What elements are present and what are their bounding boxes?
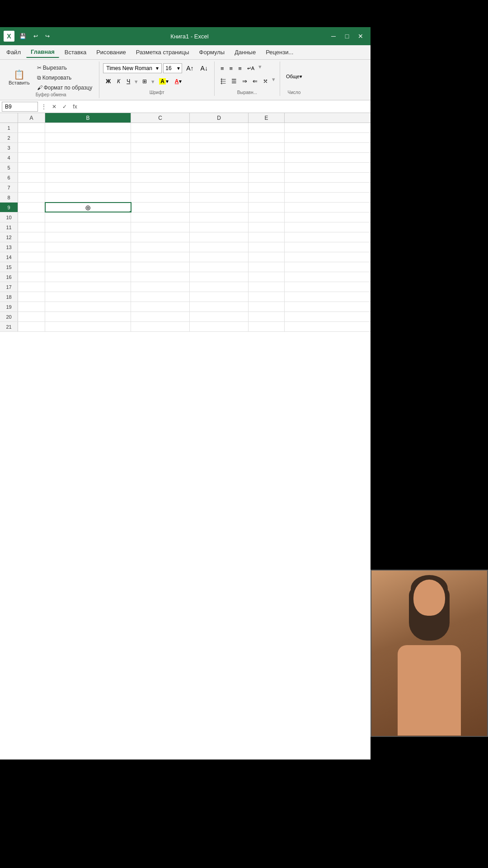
cell-c18[interactable] xyxy=(131,292,190,302)
cell-b4[interactable] xyxy=(45,153,131,162)
cell-b9[interactable]: ⊕ xyxy=(45,203,131,212)
cell-a17[interactable] xyxy=(18,282,45,292)
cell-a9[interactable] xyxy=(18,203,45,212)
border-button[interactable]: ⊞ xyxy=(140,76,150,86)
select-all-button[interactable] xyxy=(0,113,18,123)
cell-a8[interactable] xyxy=(18,193,45,202)
cell-e7[interactable] xyxy=(249,183,285,192)
cell-d3[interactable] xyxy=(190,143,249,152)
row-header-9[interactable]: 9 xyxy=(0,203,18,212)
format-paint-button[interactable]: 🖌 Формат по образцу xyxy=(34,83,96,92)
row-header-20[interactable]: 20 xyxy=(0,312,18,321)
cell-e9[interactable] xyxy=(249,203,285,212)
cell-c17[interactable] xyxy=(131,282,190,292)
cell-c2[interactable] xyxy=(131,133,190,142)
cell-a2[interactable] xyxy=(18,133,45,142)
underline-button[interactable]: Ч xyxy=(124,76,133,86)
cell-b13[interactable] xyxy=(45,242,131,252)
align-justify-button[interactable]: ⇐ xyxy=(250,76,260,86)
cell-c21[interactable] xyxy=(131,322,190,331)
cell-b21[interactable] xyxy=(45,322,131,331)
cell-c9[interactable] xyxy=(131,203,190,212)
align-top-right-button[interactable]: ≡ xyxy=(236,63,244,73)
cell-a1[interactable] xyxy=(18,123,45,132)
fx-button[interactable]: fx xyxy=(70,102,80,111)
cell-a11[interactable] xyxy=(18,222,45,232)
cell-c12[interactable] xyxy=(131,232,190,242)
cell-e16[interactable] xyxy=(249,272,285,282)
name-box-dropdown[interactable]: ⋮ xyxy=(39,102,48,111)
cell-e12[interactable] xyxy=(249,232,285,242)
cell-b18[interactable] xyxy=(45,292,131,302)
row-header-7[interactable]: 7 xyxy=(0,183,18,192)
row-header-17[interactable]: 17 xyxy=(0,282,18,292)
row-header-19[interactable]: 19 xyxy=(0,302,18,311)
row-header-14[interactable]: 14 xyxy=(0,252,18,262)
decrease-font-button[interactable]: A↓ xyxy=(198,63,211,73)
cell-e3[interactable] xyxy=(249,143,285,152)
cell-a21[interactable] xyxy=(18,322,45,331)
menu-review[interactable]: Рецензи... xyxy=(261,47,298,57)
menu-insert[interactable]: Вставка xyxy=(60,47,91,57)
cell-name-box[interactable]: B9 xyxy=(2,102,38,112)
col-header-a[interactable]: A xyxy=(18,113,45,123)
row-header-1[interactable]: 1 xyxy=(0,123,18,132)
cell-b17[interactable] xyxy=(45,282,131,292)
font-name-dropdown[interactable]: Times New Roman ▾ xyxy=(103,63,162,73)
font-color-button[interactable]: A▾ xyxy=(172,76,184,86)
menu-pagelayout[interactable]: Разметка страницы xyxy=(131,47,194,57)
cell-b6[interactable] xyxy=(45,173,131,182)
fill-handle[interactable] xyxy=(130,211,131,212)
row-header-4[interactable]: 4 xyxy=(0,153,18,162)
cell-d11[interactable] xyxy=(190,222,249,232)
number-format-button[interactable]: Обще▾ xyxy=(284,72,305,82)
cell-c11[interactable] xyxy=(131,222,190,232)
fill-color-button[interactable]: A▾ xyxy=(156,76,171,86)
cell-b19[interactable] xyxy=(45,302,131,311)
col-header-b[interactable]: B xyxy=(45,113,131,123)
cell-c3[interactable] xyxy=(131,143,190,152)
cell-d1[interactable] xyxy=(190,123,249,132)
row-header-5[interactable]: 5 xyxy=(0,163,18,172)
menu-data[interactable]: Данные xyxy=(230,47,260,57)
close-button[interactable]: ✕ xyxy=(354,30,367,42)
cell-e21[interactable] xyxy=(249,322,285,331)
cell-d18[interactable] xyxy=(190,292,249,302)
cell-d17[interactable] xyxy=(190,282,249,292)
cell-b10[interactable] xyxy=(45,212,131,222)
cell-e1[interactable] xyxy=(249,123,285,132)
cell-d16[interactable] xyxy=(190,272,249,282)
cell-d9[interactable] xyxy=(190,203,249,212)
menu-file[interactable]: Файл xyxy=(2,47,25,57)
cell-e10[interactable] xyxy=(249,212,285,222)
row-header-3[interactable]: 3 xyxy=(0,143,18,152)
cell-d12[interactable] xyxy=(190,232,249,242)
menu-home[interactable]: Главная xyxy=(26,47,59,58)
cell-c16[interactable] xyxy=(131,272,190,282)
cell-e19[interactable] xyxy=(249,302,285,311)
cell-c20[interactable] xyxy=(131,312,190,321)
paste-button[interactable]: 📋 Вставить xyxy=(6,68,32,88)
cell-a14[interactable] xyxy=(18,252,45,262)
cell-e13[interactable] xyxy=(249,242,285,252)
cell-a6[interactable] xyxy=(18,173,45,182)
row-header-8[interactable]: 8 xyxy=(0,193,18,202)
cell-d5[interactable] xyxy=(190,163,249,172)
cell-e15[interactable] xyxy=(249,262,285,272)
cell-e11[interactable] xyxy=(249,222,285,232)
cell-d14[interactable] xyxy=(190,252,249,262)
cell-d10[interactable] xyxy=(190,212,249,222)
cell-b20[interactable] xyxy=(45,312,131,321)
copy-button[interactable]: ⧉ Копировать xyxy=(34,73,96,82)
cell-a4[interactable] xyxy=(18,153,45,162)
minimize-button[interactable]: ─ xyxy=(327,30,340,42)
cell-a5[interactable] xyxy=(18,163,45,172)
redo-button[interactable]: ↪ xyxy=(43,32,52,41)
align-right-button[interactable]: ⇒ xyxy=(240,76,249,86)
cell-a3[interactable] xyxy=(18,143,45,152)
row-header-11[interactable]: 11 xyxy=(0,222,18,232)
cell-a10[interactable] xyxy=(18,212,45,222)
cell-b11[interactable] xyxy=(45,222,131,232)
cell-e20[interactable] xyxy=(249,312,285,321)
cut-button[interactable]: ✂ Вырезать xyxy=(34,63,96,72)
